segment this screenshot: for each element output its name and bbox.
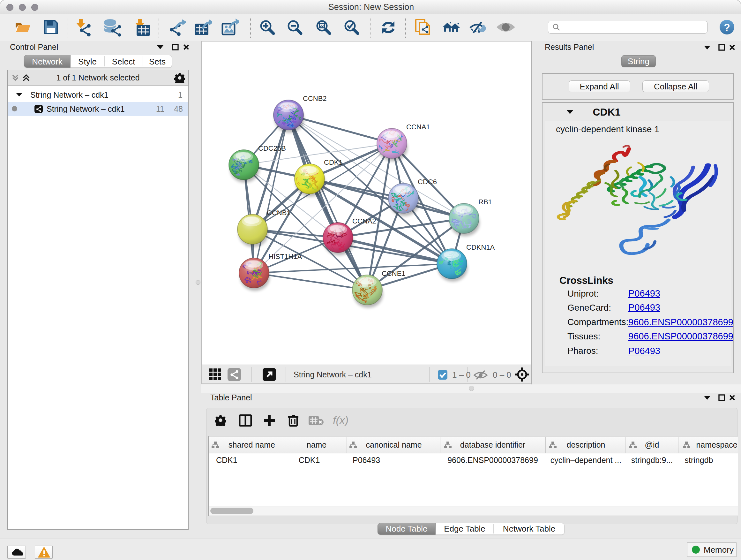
svg-text:CCNE1: CCNE1 <box>382 269 406 277</box>
svg-text:CCNB2: CCNB2 <box>303 95 327 103</box>
svg-text:CDK1: CDK1 <box>324 159 343 166</box>
svg-text:HIST1H1A: HIST1H1A <box>268 253 302 260</box>
svg-text:RB1: RB1 <box>478 198 492 206</box>
svg-text:CDC6: CDC6 <box>418 178 437 186</box>
svg-text:CCNB1: CCNB1 <box>267 209 291 217</box>
svg-text:CCNA2: CCNA2 <box>352 217 376 225</box>
svg-text:CCNA1: CCNA1 <box>406 123 430 131</box>
svg-text:CDC25B: CDC25B <box>258 144 286 152</box>
svg-text:CDKN1A: CDKN1A <box>466 243 495 251</box>
